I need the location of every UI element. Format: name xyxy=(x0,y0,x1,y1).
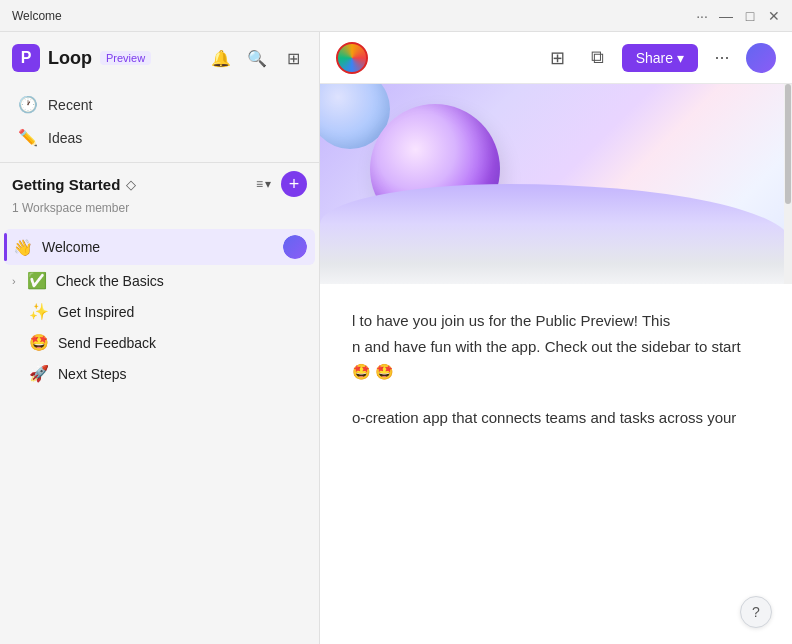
workspace-section: Getting Started ◇ ≡ ▾ + 1 Workspace memb… xyxy=(0,162,319,227)
share-button[interactable]: Share ▾ xyxy=(622,44,698,72)
next-steps-emoji: 🚀 xyxy=(28,364,50,383)
page-item-next-steps-label: Next Steps xyxy=(58,366,126,382)
nav-item-recent-label: Recent xyxy=(48,97,92,113)
get-inspired-emoji: ✨ xyxy=(28,302,50,321)
notifications-icon[interactable]: 🔔 xyxy=(207,44,235,72)
minimize-btn[interactable]: — xyxy=(720,10,732,22)
nav-item-ideas[interactable]: ✏️ Ideas xyxy=(8,121,311,154)
share-label: Share xyxy=(636,50,673,66)
content-body: l to have you join us for the Public Pre… xyxy=(320,284,792,409)
workspace-chevron-icon: ◇ xyxy=(126,177,136,192)
content-line-3: o-creation app that connects teams and t… xyxy=(352,409,760,426)
page-avatar xyxy=(336,42,368,74)
hero-image xyxy=(320,84,792,284)
layout-icon[interactable]: ⊞ xyxy=(279,44,307,72)
recent-icon: 🕐 xyxy=(18,95,38,114)
page-item-welcome[interactable]: 👋 Welcome xyxy=(4,229,315,265)
sidebar-header: P Loop Preview 🔔 🔍 ⊞ xyxy=(0,32,319,84)
welcome-user-avatar xyxy=(283,235,307,259)
more-options-btn[interactable]: ··· xyxy=(696,10,708,22)
close-btn[interactable]: ✕ xyxy=(768,10,780,22)
workspace-header: Getting Started ◇ ≡ ▾ + xyxy=(12,171,307,197)
workspace-member-count: 1 Workspace member xyxy=(12,201,307,215)
copy-link-icon[interactable]: ⧉ xyxy=(582,42,614,74)
page-item-welcome-label: Welcome xyxy=(42,239,100,255)
send-feedback-emoji: 🤩 xyxy=(28,333,50,352)
hero-sand-background xyxy=(320,184,792,284)
content-emoji-row: 🤩 🤩 xyxy=(352,359,760,385)
page-item-send-feedback[interactable]: 🤩 Send Feedback xyxy=(4,327,315,358)
workspace-actions: ≡ ▾ + xyxy=(250,171,307,197)
page-item-check-basics[interactable]: › ✅ Check the Basics xyxy=(4,265,315,296)
sidebar: P Loop Preview 🔔 🔍 ⊞ 🕐 Recent ✏️ Ideas xyxy=(0,32,320,644)
main-content: ⊞ ⧉ Share ▾ ··· l to ha xyxy=(320,32,792,644)
logo-text: Loop xyxy=(48,48,92,69)
toolbar-user-avatar xyxy=(746,43,776,73)
preview-badge: Preview xyxy=(100,51,151,65)
page-item-check-basics-label: Check the Basics xyxy=(56,273,164,289)
main-toolbar: ⊞ ⧉ Share ▾ ··· xyxy=(320,32,792,84)
content-bottom-text: o-creation app that connects teams and t… xyxy=(320,409,792,426)
toolbar-more-icon[interactable]: ··· xyxy=(706,42,738,74)
page-item-get-inspired-label: Get Inspired xyxy=(58,304,134,320)
maximize-btn[interactable]: □ xyxy=(744,10,756,22)
scrollbar-thumb[interactable] xyxy=(785,84,791,204)
check-basics-emoji: ✅ xyxy=(26,271,48,290)
check-basics-chevron-icon: › xyxy=(12,275,16,287)
workspace-sort-button[interactable]: ≡ ▾ xyxy=(250,174,277,194)
page-list: 👋 Welcome › ✅ Check the Basics ✨ Get Ins… xyxy=(0,227,319,391)
search-icon[interactable]: 🔍 xyxy=(243,44,271,72)
page-item-next-steps[interactable]: 🚀 Next Steps xyxy=(4,358,315,389)
workspace-title-row: Getting Started ◇ xyxy=(12,176,136,193)
page-content[interactable]: l to have you join us for the Public Pre… xyxy=(320,84,792,644)
sidebar-toolbar: 🔔 🔍 ⊞ xyxy=(207,44,307,72)
scrollbar-track xyxy=(784,84,792,284)
nav-item-recent[interactable]: 🕐 Recent xyxy=(8,88,311,121)
sort-chevron-icon: ▾ xyxy=(265,177,271,191)
titlebar: Welcome ··· — □ ✕ xyxy=(0,0,792,32)
nav-item-ideas-label: Ideas xyxy=(48,130,82,146)
ideas-icon: ✏️ xyxy=(18,128,38,147)
share-chevron-icon: ▾ xyxy=(677,50,684,66)
app-layout: P Loop Preview 🔔 🔍 ⊞ 🕐 Recent ✏️ Ideas xyxy=(0,32,792,644)
grid-view-icon[interactable]: ⊞ xyxy=(542,42,574,74)
logo-icon: P xyxy=(12,44,40,72)
nav-section: 🕐 Recent ✏️ Ideas xyxy=(0,84,319,158)
workspace-title: Getting Started xyxy=(12,176,120,193)
welcome-emoji: 👋 xyxy=(12,238,34,257)
help-button[interactable]: ? xyxy=(740,596,772,628)
content-line-2: n and have fun with the app. Check out t… xyxy=(352,334,760,360)
emoji-1: 🤩 xyxy=(352,363,371,380)
titlebar-controls: ··· — □ ✕ xyxy=(696,10,780,22)
content-line-1: l to have you join us for the Public Pre… xyxy=(352,308,760,334)
page-item-get-inspired[interactable]: ✨ Get Inspired xyxy=(4,296,315,327)
page-item-send-feedback-label: Send Feedback xyxy=(58,335,156,351)
titlebar-title: Welcome xyxy=(12,9,62,23)
content-text-block: l to have you join us for the Public Pre… xyxy=(352,308,760,385)
emoji-2: 🤩 xyxy=(375,363,394,380)
workspace-add-button[interactable]: + xyxy=(281,171,307,197)
sort-icon: ≡ xyxy=(256,177,263,191)
